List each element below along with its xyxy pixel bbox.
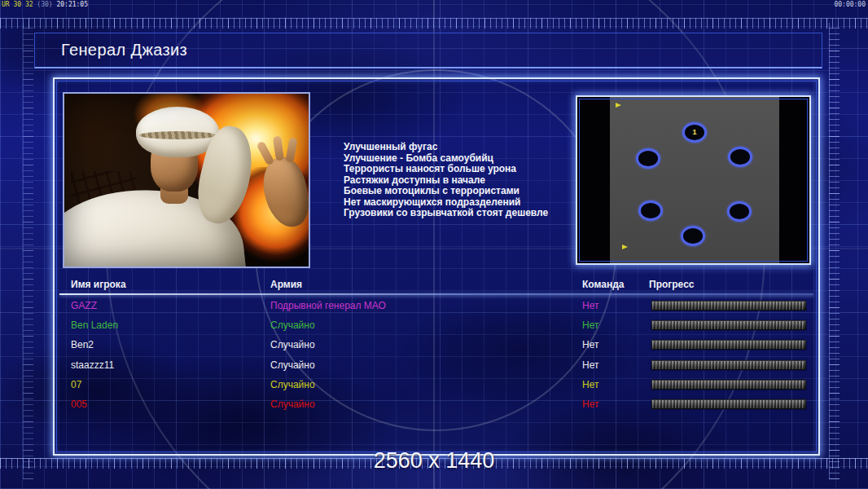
player-row: GAZZПодрывной генерал МАОНет (55, 300, 818, 314)
bonus-item: Улучшение - Бомба самоубийц (344, 153, 588, 165)
map-resolution-label: 2560 x 1440 (0, 448, 868, 474)
bonus-list: Улучшенный фугас Улучшение - Бомба самоу… (344, 142, 588, 219)
main-panel: Улучшенный фугас Улучшение - Бомба самоу… (53, 77, 820, 456)
ruler-right (829, 23, 840, 479)
column-header-team: Команда (582, 279, 624, 290)
general-title: Генерал Джазиз (61, 41, 187, 59)
bonus-item: Боевые мотоциклы с террористами (344, 186, 588, 197)
player-name: 005 (71, 399, 87, 410)
player-name: 07 (71, 379, 81, 390)
ruler-left (23, 23, 33, 479)
debug-stats: UR 30 32 (30) 20:21:05 (2, 1, 88, 8)
bonus-item: Нет маскирующихся подразделений (344, 197, 588, 209)
debug-clock: 20:21:05 (56, 1, 88, 8)
general-portrait (63, 92, 310, 268)
player-name: staazzz11 (71, 359, 114, 371)
player-team: Нет (582, 359, 598, 371)
bonus-item: Растяжки доступны в начале (344, 175, 588, 187)
ruler-top (0, 18, 868, 29)
player-army: Случайно (270, 379, 315, 390)
player-row: 005СлучайноНет (55, 399, 818, 412)
header-separator-line (59, 293, 813, 295)
player-army: Случайно (270, 399, 315, 410)
column-header-army: Армия (270, 279, 302, 290)
player-row: Ben2СлучайноНет (55, 339, 818, 353)
title-bar: Генерал Джазиз (34, 33, 822, 68)
player-row: staazzz11СлучайноНет (55, 359, 818, 373)
player-row: 07СлучайноНет (55, 379, 818, 393)
player-load-progress-bar (651, 340, 806, 350)
player-load-progress-bar (651, 360, 806, 370)
player-army: Случайно (270, 359, 315, 371)
bonus-item: Террористы наносят больше урона (344, 164, 588, 175)
start-position-marker (727, 201, 752, 222)
player-team: Нет (582, 300, 598, 311)
debug-framerate-cap: (30) (37, 1, 52, 8)
player-load-progress-bar (651, 399, 806, 409)
player-name: Ben2 (71, 339, 94, 350)
player-team: Нет (582, 399, 598, 410)
start-position-marker (636, 148, 660, 169)
player-load-progress-bar (651, 301, 806, 311)
player-team: Нет (582, 319, 598, 331)
portrait-vignette (64, 94, 309, 267)
column-header-progress: Прогресс (649, 279, 694, 290)
player-army: Случайно (270, 339, 315, 350)
player-row: Ben LadenСлучайноНет (55, 319, 818, 333)
player-army: Случайно (270, 319, 315, 331)
start-position-marker: 1 (682, 122, 707, 143)
map-flag-marker (622, 244, 628, 249)
player-load-progress-bar (651, 320, 806, 330)
start-position-marker (681, 226, 705, 246)
bonus-item: Грузовики со взрывчаткой стоят дешевле (344, 208, 588, 219)
column-header-player-name: Имя игрока (71, 279, 126, 290)
player-name: Ben Laden (71, 319, 118, 331)
match-timer: 00:00:00 (834, 1, 866, 8)
start-position-marker (728, 147, 752, 167)
player-team: Нет (582, 379, 598, 390)
player-team: Нет (582, 339, 598, 350)
player-load-progress-bar (651, 380, 806, 390)
player-name: GAZZ (71, 300, 97, 311)
map-flag-marker (616, 103, 621, 108)
map-preview: 1 (576, 95, 811, 265)
start-position-marker (638, 200, 663, 221)
debug-framerate: UR 30 32 (2, 1, 33, 8)
bonus-item: Улучшенный фугас (344, 142, 588, 153)
player-army: Подрывной генерал МАО (270, 300, 386, 311)
loading-screen: UR 30 32 (30) 20:21:05 00:00:00 Генерал … (0, 0, 868, 489)
